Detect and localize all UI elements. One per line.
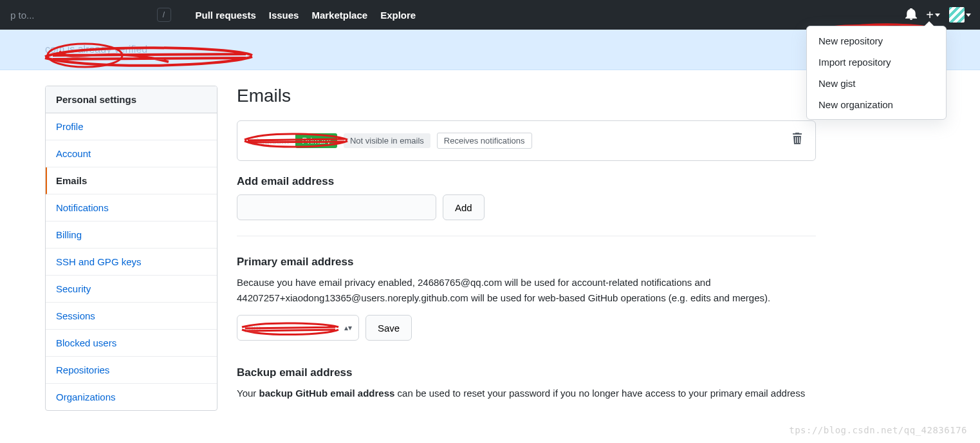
sidebar-item-emails: Emails [46, 167, 217, 194]
slash-shortcut: / [157, 8, 171, 22]
caret-down-icon [966, 14, 971, 17]
dropdown-new-gist[interactable]: New gist [807, 73, 946, 94]
sidebar-item-ssh-gpg-keys[interactable]: SSH and GPG keys [46, 249, 217, 276]
save-primary-email-button[interactable]: Save [365, 315, 412, 341]
sidebar-item-profile[interactable]: Profile [46, 113, 217, 140]
main-content: Emails @qq.com Primary Not visible in em… [237, 86, 816, 411]
primary-email-form: com ▴▾ Save [237, 315, 816, 341]
search-area[interactable]: p to... / [10, 8, 171, 22]
select-caret-icon: ▴▾ [344, 323, 352, 332]
primary-email-description: Because you have email privacy enabled, … [237, 275, 816, 306]
dropdown-new-organization[interactable]: New organization [807, 94, 946, 115]
backup-email-heading: Backup email address [237, 366, 816, 379]
sidebar-item-account[interactable]: Account [46, 140, 217, 167]
avatar [949, 7, 965, 23]
primary-email-select[interactable]: com ▴▾ [237, 315, 359, 341]
top-header: p to... / Pull requests Issues Marketpla… [0, 0, 980, 30]
top-nav: Pull requests Issues Marketplace Explore [196, 10, 416, 21]
add-email-button[interactable]: Add [443, 194, 485, 220]
add-email-form: Add [237, 194, 816, 236]
sidebar-item-repositories[interactable]: Repositories [46, 357, 217, 384]
sidebar-item-blocked-users[interactable]: Blocked users [46, 330, 217, 357]
primary-email-heading: Primary email address [237, 256, 816, 269]
backup-email-description: Your backup GitHub email address can be … [237, 386, 816, 401]
sidebar-item-billing[interactable]: Billing [46, 222, 217, 249]
user-menu-trigger[interactable] [949, 7, 971, 23]
page-title: Emails [237, 86, 816, 106]
settings-sidebar: Personal settings Profile Account Emails… [45, 86, 217, 411]
plus-icon: + [926, 8, 934, 21]
delete-email-icon[interactable] [792, 133, 802, 146]
add-email-heading: Add email address [237, 175, 816, 188]
flash-text: com is already verified [45, 44, 147, 55]
dropdown-import-repository[interactable]: Import repository [807, 52, 946, 73]
settings-menu-heading: Personal settings [46, 86, 217, 113]
caret-down-icon [935, 14, 940, 17]
content-container: Personal settings Profile Account Emails… [0, 70, 980, 411]
search-hint: p to... [10, 10, 35, 21]
backup-email-section: Backup email address Your backup GitHub … [237, 366, 816, 401]
badge-receives-notifications: Receives notifications [437, 133, 532, 149]
sidebar-item-organizations[interactable]: Organizations [46, 384, 217, 410]
dropdown-new-repository[interactable]: New repository [807, 30, 946, 52]
sidebar-item-security[interactable]: Security [46, 276, 217, 303]
create-new-dropdown: New repository Import repository New gis… [806, 26, 947, 120]
nav-issues[interactable]: Issues [269, 10, 299, 21]
nav-explore[interactable]: Explore [380, 10, 416, 21]
sidebar-item-notifications[interactable]: Notifications [46, 194, 217, 222]
add-email-input[interactable] [237, 194, 436, 220]
sidebar-item-sessions[interactable]: Sessions [46, 303, 217, 330]
email-address-redacted: @qq.com [250, 136, 289, 146]
select-value: com [244, 323, 261, 333]
settings-menu: Personal settings Profile Account Emails… [45, 86, 217, 411]
badge-primary: Primary [295, 133, 337, 148]
email-list-item: @qq.com Primary Not visible in emails Re… [237, 120, 816, 161]
notifications-icon[interactable] [905, 8, 917, 22]
badge-not-visible: Not visible in emails [344, 133, 430, 148]
nav-marketplace[interactable]: Marketplace [311, 10, 367, 21]
create-new-dropdown-trigger[interactable]: + [926, 8, 940, 21]
nav-pull-requests[interactable]: Pull requests [196, 10, 256, 21]
